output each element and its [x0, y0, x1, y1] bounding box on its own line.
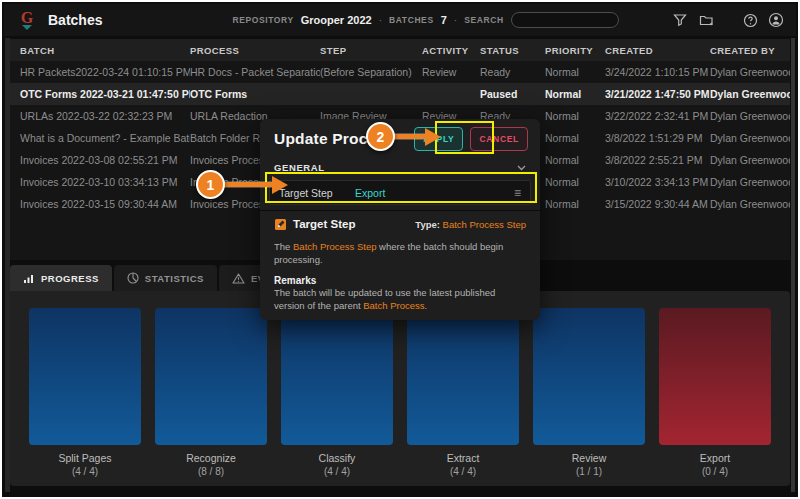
separator-dot: ·: [454, 15, 457, 26]
grooper-logo: G: [16, 11, 38, 30]
batch-process-link[interactable]: Batch Process: [363, 300, 424, 311]
column-header[interactable]: PRIORITY: [545, 45, 605, 56]
step-tile[interactable]: [533, 308, 645, 445]
update-process-dialog: Update Process APPLY CANCEL GENERAL Targ…: [260, 119, 540, 320]
step-tile-export: Export (0 / 4): [659, 308, 771, 486]
step-tile-split-pages: Split Pages (4 / 4): [29, 308, 141, 486]
tile-count: (4 / 4): [450, 466, 476, 477]
add-folder-icon[interactable]: [698, 12, 714, 28]
type-label: Type: Batch Process Step: [415, 219, 526, 230]
bar-chart-icon: [23, 273, 35, 284]
tile-count: (4 / 4): [72, 466, 98, 477]
remarks-heading: Remarks: [274, 275, 526, 286]
property-help-panel: Target Step Type: Batch Process Step The…: [260, 210, 540, 320]
tile-count: (1 / 1): [576, 466, 602, 477]
search-label: SEARCH: [464, 15, 504, 25]
tile-name: Export: [700, 452, 730, 464]
search-input[interactable]: [511, 12, 619, 28]
step-tile[interactable]: [281, 308, 393, 445]
column-header[interactable]: ACTIVITY: [422, 45, 480, 56]
help-icon[interactable]: [742, 12, 758, 28]
tile-name: Split Pages: [58, 452, 111, 464]
type-value-link[interactable]: Batch Process Step: [443, 219, 526, 230]
step-tile[interactable]: [29, 308, 141, 445]
tile-count: (8 / 8): [198, 466, 224, 477]
column-header[interactable]: PROCESS: [190, 45, 320, 56]
pie-chart-icon: [127, 272, 139, 284]
general-label: GENERAL: [274, 162, 325, 173]
column-header[interactable]: CREATED BY: [710, 45, 790, 56]
table-row[interactable]: HR Packets2022-03-24 01:10:15 PM HR Docs…: [10, 61, 790, 83]
right-frame-strip: [791, 38, 795, 492]
tile-name: Review: [572, 452, 606, 464]
logo-chevron-icon: [22, 25, 32, 30]
repository-info: REPOSITORY Grooper 2022 · BATCHES 7 · SE…: [232, 12, 618, 28]
app-window: G Batches REPOSITORY Grooper 2022 · BATC…: [0, 0, 800, 499]
page-title: Batches: [48, 12, 102, 28]
dialog-title: Update Process: [274, 130, 394, 148]
apply-button[interactable]: APPLY: [414, 127, 463, 151]
step-tile-extract: Extract (4 / 4): [407, 308, 519, 486]
separator-dot: ·: [379, 15, 382, 26]
table-header-row: BATCH PROCESS STEP ACTIVITY STATUS PRIOR…: [10, 39, 790, 61]
step-tile[interactable]: [659, 308, 771, 445]
dialog-title-bar: Update Process APPLY CANCEL: [260, 119, 540, 152]
top-bar: G Batches REPOSITORY Grooper 2022 · BATC…: [4, 4, 796, 36]
column-header[interactable]: STATUS: [480, 45, 545, 56]
warning-icon: [232, 273, 245, 284]
tile-name: Recognize: [186, 452, 236, 464]
batch-process-step-link[interactable]: Batch Process Step: [293, 241, 376, 252]
column-header[interactable]: STEP: [320, 45, 422, 56]
filter-icon[interactable]: [672, 12, 688, 28]
tab-progress[interactable]: PROGRESS: [10, 265, 112, 291]
tile-count: (4 / 4): [324, 466, 350, 477]
hamburger-icon[interactable]: ≡: [514, 188, 521, 198]
step-tile-recognize: Recognize (8 / 8): [155, 308, 267, 486]
step-tile[interactable]: [407, 308, 519, 445]
tile-count: (0 / 4): [702, 466, 728, 477]
table-row-selected[interactable]: OTC Forms 2022-03-21 01:47:50 PM OTC For…: [10, 83, 790, 105]
tile-name: Extract: [447, 452, 480, 464]
target-step-icon: [274, 218, 287, 231]
account-icon[interactable]: [768, 12, 784, 28]
target-step-field-value: Export: [355, 187, 385, 199]
help-description: The Batch Process Step where the batch s…: [274, 241, 526, 266]
step-tile-classify: Classify (4 / 4): [281, 308, 393, 486]
target-step-field[interactable]: Target Step Export ≡: [269, 180, 531, 205]
column-header[interactable]: CREATED: [605, 45, 710, 56]
chevron-down-icon[interactable]: [517, 165, 526, 171]
tab-statistics[interactable]: STATISTICS: [114, 265, 217, 291]
remarks-text: The batch will be updated to use the lat…: [274, 287, 526, 312]
repository-label: REPOSITORY: [232, 15, 293, 25]
general-section-header: GENERAL: [260, 152, 540, 177]
batches-label: BATCHES: [389, 15, 434, 25]
target-step-field-label: Target Step: [279, 187, 355, 199]
step-tile-review: Review (1 / 1): [533, 308, 645, 486]
progress-panel: Split Pages (4 / 4) Recognize (8 / 8) Cl…: [10, 291, 790, 486]
help-heading: Target Step: [293, 218, 355, 230]
cancel-button[interactable]: CANCEL: [470, 127, 528, 151]
step-tile[interactable]: [155, 308, 267, 445]
batches-count: 7: [441, 14, 447, 26]
repository-value: Grooper 2022: [301, 14, 372, 26]
tile-name: Classify: [319, 452, 356, 464]
column-header[interactable]: BATCH: [20, 45, 190, 56]
